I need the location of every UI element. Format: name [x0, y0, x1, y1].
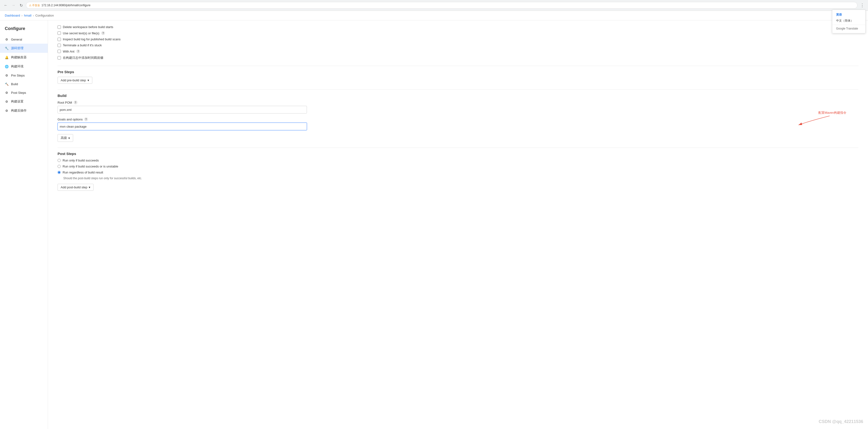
with-ant-help-icon[interactable]: ?	[76, 50, 80, 53]
post-steps-hint: Should the post-build steps run only for…	[63, 177, 859, 180]
radio-run-success-unstable: Run only if build succeeds or is unstabl…	[58, 165, 859, 168]
sidebar-label-build: Build	[11, 82, 18, 86]
breadcrumb-dashboard[interactable]: Dashboard	[5, 14, 20, 17]
browser-menu-button[interactable]: ⋮	[859, 2, 865, 8]
checkbox-delete-workspace-input[interactable]	[58, 25, 61, 29]
goals-input[interactable]	[58, 123, 307, 130]
add-pre-build-step-button[interactable]: Add pre-build step ▾	[58, 77, 92, 84]
checkbox-terminate-build: Terminate a build if it's stuck	[58, 44, 859, 47]
advanced-button[interactable]: 高级 ▾	[58, 134, 73, 142]
sidebar-label-build-settings: 构建设置	[11, 99, 24, 104]
sidebar-label-build-env: 构建环境	[11, 64, 24, 68]
build-env-icon: 🌐	[5, 64, 9, 68]
sidebar-label-general: General	[11, 38, 22, 41]
checkbox-use-secret-label: Use secret text(s) or file(s)	[63, 31, 99, 35]
advanced-label: 高级	[61, 136, 67, 140]
security-warning: ⚠ 不安全	[29, 4, 40, 7]
source-mgmt-icon: 🔧	[5, 46, 9, 50]
divider-1	[58, 66, 859, 66]
build-title: Build	[58, 93, 859, 98]
checkbox-with-ant-label: With Ant	[63, 50, 74, 53]
radio-run-regardless-input[interactable]	[58, 171, 61, 174]
sidebar-item-build-env[interactable]: 🌐 构建环境	[0, 62, 48, 71]
pre-steps-icon: ⚙	[5, 74, 9, 77]
radio-run-only-success-input[interactable]	[58, 159, 61, 162]
radio-run-only-success-label: Run only if build succeeds	[63, 159, 99, 162]
main-content: Delete workspace before build starts Use…	[48, 20, 868, 429]
sidebar-item-build[interactable]: 🔨 Build	[0, 80, 48, 88]
checkbox-inspect-build: Inspect build log for published build sc…	[58, 37, 859, 41]
breadcrumb: Dashboard › hmall › Configuration	[0, 11, 868, 20]
sidebar-item-source-mgmt[interactable]: 🔧 源码管理	[0, 44, 48, 53]
checkbox-add-timestamps: 在构建日志中添加时间戳前缀	[58, 56, 859, 60]
advanced-group: 高级 ▾	[58, 134, 859, 142]
radio-run-regardless-label: Run regardless of build result	[63, 171, 103, 174]
sidebar-item-general[interactable]: ⚙ General	[0, 35, 48, 44]
address-text: 172.16.2.144:8080/job/hmall/configure	[41, 4, 90, 7]
add-post-build-group: Add post-build step ▾	[58, 184, 859, 191]
forward-button[interactable]: →	[10, 2, 16, 8]
sidebar-label-build-trigger: 构建触发器	[11, 55, 27, 59]
radio-run-only-success: Run only if build succeeds	[58, 159, 859, 162]
radio-run-success-unstable-label: Run only if build succeeds or is unstabl…	[63, 165, 118, 168]
sidebar: Configure ⚙ General 🔧 源码管理 🔔 构建触发器 🌐 构建环…	[0, 20, 48, 429]
checkbox-terminate-build-input[interactable]	[58, 44, 61, 47]
checkboxes-section: Delete workspace before build starts Use…	[58, 25, 859, 60]
address-bar[interactable]: ⚠ 不安全 172.16.2.144:8080/job/hmall/config…	[26, 2, 858, 9]
add-post-build-step-button[interactable]: Add post-build step ▾	[58, 184, 94, 191]
checkbox-with-ant-input[interactable]	[58, 50, 61, 53]
checkbox-inspect-build-input[interactable]	[58, 38, 61, 41]
build-settings-icon: ⚙	[5, 99, 9, 104]
sidebar-item-post-steps[interactable]: ⚙ Post Steps	[0, 88, 48, 97]
divider-2	[58, 89, 859, 90]
back-button[interactable]: ←	[3, 2, 9, 8]
advanced-arrow: ▾	[68, 136, 70, 140]
root-pom-help-icon[interactable]: ?	[73, 101, 78, 104]
add-post-build-step-label: Add post-build step	[61, 185, 87, 189]
radio-run-success-unstable-input[interactable]	[58, 165, 61, 168]
pre-steps-section: Pre Steps Add pre-build step ▾	[58, 70, 859, 84]
sidebar-label-post-steps: Post Steps	[11, 91, 26, 94]
breadcrumb-hmall[interactable]: hmall	[24, 14, 31, 17]
lang-chinese[interactable]: 中文（简体）	[832, 18, 865, 24]
lang-english[interactable]: 英语	[832, 12, 865, 18]
use-secret-help-icon[interactable]: ?	[101, 31, 105, 35]
page-container: Configure ⚙ General 🔧 源码管理 🔔 构建触发器 🌐 构建环…	[0, 20, 868, 429]
checkbox-terminate-build-label: Terminate a build if it's stuck	[63, 44, 102, 47]
checkbox-with-ant: With Ant ?	[58, 50, 859, 53]
root-pom-label: Root POM ?	[58, 101, 859, 104]
goals-help-icon[interactable]: ?	[84, 117, 88, 121]
root-pom-input[interactable]	[58, 106, 307, 113]
sidebar-item-build-trigger[interactable]: 🔔 构建触发器	[0, 53, 48, 62]
page-title: Configure	[0, 24, 48, 35]
sidebar-item-build-settings[interactable]: ⚙ 构建设置	[0, 97, 48, 106]
goals-input-wrapper: 配置Maven构建指令	[58, 123, 859, 130]
reload-button[interactable]: ↻	[18, 2, 24, 8]
goals-group: Goals and options ? 配置Maven构建指令	[58, 117, 859, 130]
general-icon: ⚙	[5, 37, 9, 41]
checkbox-use-secret: Use secret text(s) or file(s) ?	[58, 31, 859, 35]
checkbox-use-secret-input[interactable]	[58, 31, 61, 35]
sidebar-label-post-build: 构建后操作	[11, 109, 27, 113]
build-icon: 🔨	[5, 82, 9, 86]
goals-label: Goals and options ?	[58, 117, 859, 121]
checkbox-add-timestamps-label: 在构建日志中添加时间戳前缀	[63, 56, 103, 60]
google-translate-label: Google Translate	[832, 26, 865, 31]
breadcrumb-sep-2: ›	[33, 14, 34, 17]
build-trigger-icon: 🔔	[5, 55, 9, 59]
pre-steps-title: Pre Steps	[58, 70, 859, 74]
browser-toolbar: ← → ↻ ⚠ 不安全 172.16.2.144:8080/job/hmall/…	[0, 0, 868, 10]
sidebar-item-pre-steps[interactable]: ⚙ Pre Steps	[0, 71, 48, 80]
breadcrumb-sep-1: ›	[22, 14, 23, 17]
checkbox-inspect-build-label: Inspect build log for published build sc…	[63, 37, 121, 41]
post-steps-title: Post Steps	[58, 152, 859, 156]
lang-selector: 英语 中文（简体） Google Translate	[832, 9, 866, 33]
sidebar-item-post-build[interactable]: ⚙ 构建后操作	[0, 106, 48, 115]
post-build-icon: ⚙	[5, 109, 9, 113]
add-post-build-step-arrow: ▾	[89, 185, 90, 189]
checkbox-add-timestamps-input[interactable]	[58, 56, 61, 59]
add-pre-build-step-label: Add pre-build step	[61, 79, 86, 82]
checkbox-delete-workspace: Delete workspace before build starts	[58, 25, 859, 29]
browser-chrome: ← → ↻ ⚠ 不安全 172.16.2.144:8080/job/hmall/…	[0, 0, 868, 11]
sidebar-label-source-mgmt: 源码管理	[11, 46, 24, 50]
